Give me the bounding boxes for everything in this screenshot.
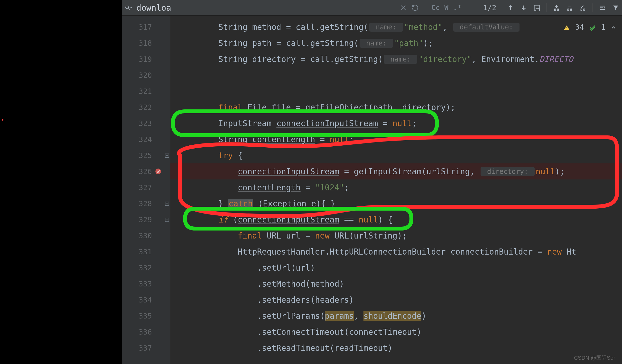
- code-line[interactable]: String contentLength = null;: [170, 131, 622, 147]
- pass-icon: [589, 23, 596, 31]
- code-token: params: [325, 311, 354, 321]
- gutter-line[interactable]: 335: [122, 308, 170, 324]
- code-token: .setUrlParams(: [257, 311, 325, 321]
- code-line[interactable]: String method = call.getString( name: "m…: [170, 19, 622, 35]
- gutter[interactable]: 3173183193203213223233243253263273283293…: [122, 16, 170, 364]
- next-match-icon[interactable]: [520, 4, 527, 11]
- code-token: defaultValue:: [453, 23, 520, 32]
- gutter-line[interactable]: 330: [122, 228, 170, 244]
- gutter-line[interactable]: 321: [122, 83, 170, 99]
- select-all-occurrences-icon[interactable]: [579, 4, 586, 11]
- code-token: "method": [404, 22, 443, 32]
- fold-toggle-icon[interactable]: [165, 199, 169, 208]
- search-icon[interactable]: [125, 5, 133, 11]
- gutter-line[interactable]: 326: [122, 164, 170, 180]
- watermark: CSDN @国际Ser: [574, 354, 615, 362]
- code-token: connectionInputStream: [238, 167, 339, 176]
- code-token: String: [218, 135, 252, 144]
- find-options: Cc W .*: [400, 4, 462, 12]
- code-line[interactable]: contentLength = "1024";: [170, 180, 622, 196]
- code-token: .setConnectTimeout(connectTimeout): [257, 327, 422, 337]
- code-line[interactable]: try {: [170, 147, 622, 164]
- breakpoint-icon[interactable]: [155, 168, 162, 175]
- select-all-icon[interactable]: [533, 4, 540, 11]
- gutter-line[interactable]: 334: [122, 292, 170, 308]
- search-input[interactable]: [136, 3, 273, 13]
- gutter-line[interactable]: 317: [122, 19, 170, 35]
- code-token: catch: [228, 199, 253, 208]
- remove-occurrence-icon[interactable]: [566, 4, 573, 11]
- gutter-line[interactable]: 327: [122, 180, 170, 196]
- gutter-line[interactable]: 322: [122, 99, 170, 115]
- code-token: (Exception e){ }: [253, 199, 335, 208]
- code-token: connectionInputStream: [238, 215, 339, 224]
- svg-rect-22: [584, 9, 585, 10]
- code-line[interactable]: [170, 67, 622, 83]
- find-settings-icon[interactable]: [599, 4, 606, 11]
- code-token: ): [421, 311, 426, 321]
- gutter-line[interactable]: 320: [122, 67, 170, 83]
- svg-rect-13: [558, 9, 559, 10]
- gutter-line[interactable]: 333: [122, 276, 170, 292]
- code-token: try: [218, 151, 238, 160]
- add-occurrence-icon[interactable]: [553, 4, 560, 11]
- code-token: =: [315, 135, 330, 144]
- prev-match-icon[interactable]: [507, 4, 514, 11]
- code-line[interactable]: InputStream connectionInputStream = null…: [170, 115, 622, 131]
- filter-icon[interactable]: [612, 4, 619, 11]
- gutter-line[interactable]: 319: [122, 51, 170, 67]
- code-line[interactable]: } catch (Exception e){ }: [170, 196, 622, 212]
- regex-toggle[interactable]: .*: [453, 4, 462, 12]
- code-line[interactable]: String path = call.getString( name: "pat…: [170, 35, 622, 51]
- code-token: null: [536, 167, 555, 176]
- find-counter: 1/2: [483, 3, 496, 12]
- words-toggle[interactable]: W: [444, 4, 449, 12]
- gutter-line[interactable]: 336: [122, 324, 170, 340]
- gutter-line[interactable]: 328: [122, 196, 170, 212]
- code-token: {: [238, 151, 242, 160]
- code-line[interactable]: .setConnectTimeout(connectTimeout): [170, 324, 622, 340]
- code-token: =: [378, 119, 393, 128]
- code-token: new: [547, 247, 566, 256]
- code-token: shouldEncode: [364, 311, 421, 321]
- gutter-line[interactable]: 337: [122, 340, 170, 356]
- code-line[interactable]: .setUrlParams(params, shouldEncode): [170, 308, 622, 324]
- svg-point-31: [155, 168, 161, 174]
- code-line[interactable]: .setUrl(url): [170, 260, 622, 276]
- code-line[interactable]: final URL url = new URL(urlString);: [170, 228, 622, 244]
- ide-panel: Cc W .* 1/2 34 1: [122, 0, 622, 364]
- svg-rect-27: [566, 27, 567, 28]
- gutter-line[interactable]: 318: [122, 35, 170, 51]
- code-line[interactable]: final File file = getFileObject(path, di…: [170, 99, 622, 115]
- code-line[interactable]: .setMethod(method): [170, 276, 622, 292]
- search-history-icon[interactable]: [411, 4, 419, 11]
- gutter-line[interactable]: 323: [122, 115, 170, 131]
- gutter-line[interactable]: 324: [122, 131, 170, 147]
- clear-search-icon[interactable]: [400, 4, 407, 11]
- code-line[interactable]: .setReadTimeout(readTimeout): [170, 340, 622, 356]
- fold-toggle-icon[interactable]: [165, 151, 169, 160]
- svg-rect-12: [555, 9, 556, 10]
- gutter-line[interactable]: 331: [122, 244, 170, 260]
- code-column[interactable]: String method = call.getString( name: "m…: [170, 16, 622, 364]
- code-line[interactable]: HttpRequestHandler.HttpURLConnectionBuil…: [170, 244, 622, 260]
- editor-area[interactable]: 3173183193203213223233243253263273283293…: [122, 16, 622, 364]
- code-line[interactable]: String directory = call.getString( name:…: [170, 51, 622, 67]
- gutter-line[interactable]: 329: [122, 212, 170, 228]
- fold-toggle-icon[interactable]: [165, 216, 169, 224]
- warning-count: 34: [575, 23, 584, 31]
- code-line[interactable]: if (connectionInputStream == null) {: [170, 212, 622, 228]
- code-line[interactable]: connectionInputStream = getInputStream(u…: [170, 164, 622, 180]
- match-case-toggle[interactable]: Cc: [431, 4, 440, 12]
- code-token: InputStream: [218, 119, 276, 128]
- gutter-line[interactable]: 332: [122, 260, 170, 276]
- collapse-inspections-icon[interactable]: [611, 23, 616, 31]
- inspection-status[interactable]: 34 1: [564, 23, 616, 31]
- code-line[interactable]: .setHeaders(headers): [170, 292, 622, 308]
- code-token: ,: [443, 22, 452, 32]
- svg-rect-18: [571, 9, 572, 10]
- code-token: ;: [344, 183, 349, 192]
- gutter-line[interactable]: 325: [122, 147, 170, 164]
- code-token: directory:: [481, 167, 535, 176]
- code-line[interactable]: [170, 83, 622, 99]
